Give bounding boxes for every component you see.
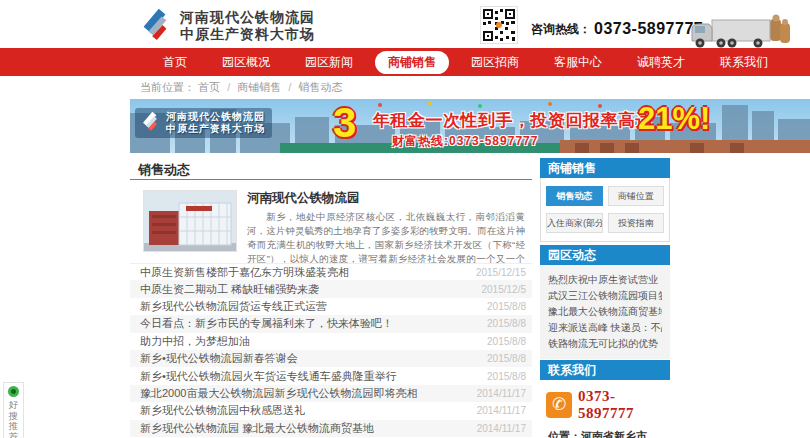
news-row[interactable]: 助力中招，为梦想加油2015/8/8 [130,333,532,350]
news-date: 2015/8/8 [487,336,526,347]
banner-rate: 21%! [638,101,710,137]
news-date: 2015/12/15 [476,267,526,278]
logo-line1: 河南现代公铁物流园 [180,9,315,26]
park-news-link[interactable]: 热烈庆祝中原生资试营业 [548,272,662,288]
sidebar-park-news: 园区动态 热烈庆祝中原生资试营业 武汉三江公铁物流园项目签订 豫北最大公铁物流商… [540,245,670,359]
nav-item-investment[interactable]: 园区招商 [458,51,532,74]
banner-logo-swoosh-icon [139,110,161,136]
logo-swoosh-icon [137,6,173,46]
featured-title: 河南现代公铁物流园 [247,190,525,207]
breadcrumb-prefix: 当前位置： [140,81,195,93]
phone-icon: ✆ [546,392,572,418]
sidebar-contact: 联系我们 ✆ 0373-5897777 位置：河南省新乡市 [540,360,670,438]
promo-banner[interactable]: 河南现代公铁物流园 中原生产资料大市场 3 年租金一次性到手，投资回报率高达 2… [130,99,810,153]
news-date: 2014/11/17 [477,405,526,416]
news-row[interactable]: 新乡现代公铁物流园中秋感恩送礼2014/11/17 [130,402,532,419]
nav-item-park-news[interactable]: 园区新闻 [292,51,366,74]
news-date: 2015/8/8 [487,318,526,329]
news-date: 2015/8/8 [487,353,526,364]
news-title: 助力中招，为梦想加油 [140,334,250,349]
qr-code [480,6,518,44]
news-title: 新乡现代公铁物流园中秋感恩送礼 [140,403,305,418]
banner-big-number: 3 [333,99,356,147]
news-title: 新乡现代公铁物流园货运专线正式运营 [140,299,327,314]
sidebar-contact-title: 联系我们 [540,360,670,380]
nav-item-shop-sales[interactable]: 商铺销售 [375,51,449,74]
banner-headline: 年租金一次性到手，投资回报率高达 [373,109,653,132]
breadcrumb-home[interactable]: 首页 [198,81,220,93]
site-header: 河南现代公铁物流园 中原生产资料大市场 [0,0,810,48]
park-news-link[interactable]: 武汉三江公铁物流园项目签订 [548,288,662,304]
breadcrumb-separator: / [227,81,230,93]
news-title: 新乡•现代公铁物流园新春答谢会 [140,351,298,366]
hotline-label: 咨询热线： [531,21,591,38]
banner-logo-line1: 河南现代公铁物流园 [166,111,265,123]
sidebar-btn-sales-news[interactable]: 销售动态 [546,186,603,206]
nav-item-park-overview[interactable]: 园区概况 [209,51,283,74]
sidebar-shop-sales-title: 商铺销售 [540,158,670,178]
breadcrumb: 当前位置： 首页 / 商铺销售 / 销售动态 [140,76,342,98]
news-title: 中原生资新售楼部于嘉亿东方明珠盛装亮相 [140,265,349,280]
breadcrumb-sales-news[interactable]: 销售动态 [298,81,342,93]
featured-article[interactable]: 河南现代公铁物流园 新乡，地处中原经济区核心区，北依巍巍太行，南邻滔滔黄河，这片… [143,190,532,267]
news-row[interactable]: 中原生资新售楼部于嘉亿东方明珠盛装亮相2015/12/15 [130,263,532,280]
park-news-link[interactable]: 迎来派送高峰 快递员：不占道好 [548,320,662,336]
breadcrumb-separator: / [288,81,291,93]
banner-logo-line2: 中原生产资料大市场 [166,123,265,135]
haosou-icon [8,386,19,397]
section-title-sales-news: 销售动态 [130,161,532,180]
nav-item-home[interactable]: 首页 [150,51,200,74]
park-news-link[interactable]: 铁路物流无可比拟的优势 [548,336,662,352]
header-hotline: 咨询热线： 0373-5897777 [531,16,703,42]
sidebar-btn-shop-location[interactable]: 商铺位置 [608,186,665,206]
sales-news-list: 中原生资新售楼部于嘉亿东方明珠盛装亮相2015/12/15 中原生资二期动工 稀… [130,263,532,437]
contact-phone-number: 0373-5897777 [578,388,664,422]
news-date: 2015/8/8 [487,301,526,312]
news-row[interactable]: 新乡现代公铁物流园货运专线正式运营2015/8/8 [130,298,532,315]
haosou-recommend-widget[interactable]: 好搜推荐 [3,382,24,438]
news-date: 2014/11/17 [477,388,526,399]
news-row[interactable]: 新乡现代公铁物流园 豫北最大公铁物流商贸基地2014/11/17 [130,420,532,437]
contact-location: 位置：河南省新乡市 [546,429,664,438]
news-row[interactable]: 今日看点：新乡市民的专属福利来了，快来体验吧！2015/8/8 [130,315,532,332]
sidebar-shop-sales: 商铺销售 销售动态 商铺位置 入住商家(部分) 投资指南 [540,158,670,242]
news-title: 中原生资二期动工 稀缺旺铺强势来袭 [140,282,319,297]
news-title: 新乡•现代公铁物流园火车货运专线通车盛典隆重举行 [140,369,397,384]
banner-hotline: 财富热线:0373-5897777 [392,133,538,150]
site-logo[interactable]: 河南现代公铁物流园 中原生产资料大市场 [137,6,315,46]
breadcrumb-shop-sales[interactable]: 商铺销售 [237,81,281,93]
nav-item-service-center[interactable]: 客服中心 [541,51,615,74]
park-news-link[interactable]: 豫北最大公铁物流商贸基地 [548,304,662,320]
logo-line2: 中原生产资料大市场 [180,26,315,43]
news-date: 2015/12/5 [482,284,527,295]
sidebar-btn-investment-guide[interactable]: 投资指南 [608,213,665,233]
nav-item-contact[interactable]: 联系我们 [707,51,781,74]
haosou-label: 好搜推荐 [8,400,19,438]
news-title: 新乡现代公铁物流园 豫北最大公铁物流商贸基地 [140,421,374,436]
news-row[interactable]: 新乡•现代公铁物流园火车货运专线通车盛典隆重举行2015/8/8 [130,367,532,384]
featured-building-image [143,190,237,252]
news-date: 2015/8/8 [487,371,526,382]
news-title: 豫北2000亩最大公铁物流园新乡现代公铁物流园即将亮相 [140,386,417,401]
news-row[interactable]: 中原生资二期动工 稀缺旺铺强势来袭2015/12/5 [130,280,532,297]
news-row[interactable]: 豫北2000亩最大公铁物流园新乡现代公铁物流园即将亮相2014/11/17 [130,385,532,402]
nav-item-careers[interactable]: 诚聘英才 [624,51,698,74]
news-title: 今日看点：新乡市民的专属福利来了，快来体验吧！ [140,316,393,331]
sidebar-btn-merchants[interactable]: 入住商家(部分) [546,213,603,233]
featured-excerpt: 新乡，地处中原经济区核心区，北依巍巍太行，南邻滔滔黄河，这片钟灵毓秀的土地孕育了… [247,210,525,267]
sidebar-park-news-title: 园区动态 [540,245,670,265]
truck-image [686,13,798,53]
banner-logo: 河南现代公铁物流园 中原生产资料大市场 [135,108,272,138]
news-date: 2014/11/17 [477,423,526,434]
news-row[interactable]: 新乡•现代公铁物流园新春答谢会2015/8/8 [130,350,532,367]
